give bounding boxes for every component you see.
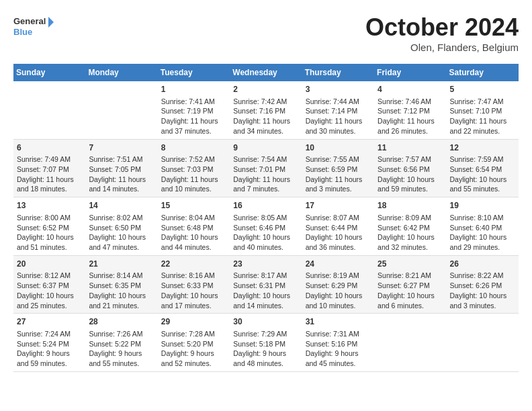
day-number-22: 22 [161,259,226,270]
calendar-week-2: 6Sunrise: 7:49 AMSunset: 7:07 PMDaylight… [13,139,519,197]
day-info-20: Sunrise: 8:12 AMSunset: 6:37 PMDaylight:… [17,271,82,310]
day-info-12: Sunrise: 7:59 AMSunset: 6:54 PMDaylight:… [450,154,515,194]
svg-text:General: General [13,16,46,26]
month-title: October 2024 [365,13,519,42]
calendar-cell-w5-d4: 30Sunrise: 7:29 AMSunset: 5:18 PMDayligh… [230,314,302,372]
day-info-16: Sunrise: 8:05 AMSunset: 6:46 PMDaylight:… [233,213,298,253]
day-info-30: Sunrise: 7:29 AMSunset: 5:18 PMDaylight:… [233,329,298,369]
day-number-11: 11 [378,142,443,154]
day-info-18: Sunrise: 8:09 AMSunset: 6:42 PMDaylight:… [378,213,443,253]
day-info-24: Sunrise: 8:19 AMSunset: 6:29 PMDaylight:… [306,271,371,310]
day-info-11: Sunrise: 7:57 AMSunset: 6:56 PMDaylight:… [378,154,443,194]
calendar-week-3: 13Sunrise: 8:00 AMSunset: 6:52 PMDayligh… [13,197,519,256]
weekday-header-friday: Friday [374,64,446,81]
calendar-cell-w5-d3: 29Sunrise: 7:28 AMSunset: 5:20 PMDayligh… [158,314,230,372]
day-number-23: 23 [233,259,298,270]
weekday-header-saturday: Saturday [447,64,519,81]
calendar-cell-w2-d5: 10Sunrise: 7:55 AMSunset: 6:59 PMDayligh… [302,139,374,197]
day-info-8: Sunrise: 7:52 AMSunset: 7:03 PMDaylight:… [161,154,226,194]
day-info-21: Sunrise: 8:14 AMSunset: 6:35 PMDaylight:… [89,271,154,310]
day-number-3: 3 [306,84,371,95]
day-info-23: Sunrise: 8:17 AMSunset: 6:31 PMDaylight:… [233,271,298,310]
day-info-29: Sunrise: 7:28 AMSunset: 5:20 PMDaylight:… [161,329,226,369]
day-number-14: 14 [89,200,154,212]
day-number-12: 12 [450,142,515,154]
day-number-6: 6 [17,142,82,154]
weekday-header-sunday: Sunday [13,64,85,81]
day-info-15: Sunrise: 8:04 AMSunset: 6:48 PMDaylight:… [161,213,226,253]
day-number-15: 15 [161,200,226,212]
svg-marker-2 [48,17,54,28]
day-info-27: Sunrise: 7:24 AMSunset: 5:24 PMDaylight:… [17,329,82,369]
calendar-cell-w1-d7: 5Sunrise: 7:47 AMSunset: 7:10 PMDaylight… [447,81,519,139]
day-number-20: 20 [17,259,82,270]
day-number-16: 16 [233,200,298,212]
calendar-body: 1Sunrise: 7:41 AMSunset: 7:19 PMDaylight… [13,81,519,371]
weekday-header-thursday: Thursday [302,64,374,81]
calendar-cell-w1-d3: 1Sunrise: 7:41 AMSunset: 7:19 PMDaylight… [158,81,230,139]
calendar-cell-w2-d2: 7Sunrise: 7:51 AMSunset: 7:05 PMDaylight… [85,139,157,197]
calendar-header: SundayMondayTuesdayWednesdayThursdayFrid… [13,64,519,81]
day-info-6: Sunrise: 7:49 AMSunset: 7:07 PMDaylight:… [17,154,82,194]
day-info-31: Sunrise: 7:31 AMSunset: 5:16 PMDaylight:… [306,329,371,369]
calendar-cell-w3-d3: 15Sunrise: 8:04 AMSunset: 6:48 PMDayligh… [158,197,230,256]
calendar-cell-w2-d7: 12Sunrise: 7:59 AMSunset: 6:54 PMDayligh… [447,139,519,197]
calendar-cell-w2-d1: 6Sunrise: 7:49 AMSunset: 7:07 PMDaylight… [13,139,85,197]
logo-svg: General Blue [13,13,54,40]
day-number-8: 8 [161,142,226,154]
day-info-28: Sunrise: 7:26 AMSunset: 5:22 PMDaylight:… [89,329,154,369]
calendar-cell-w4-d2: 21Sunrise: 8:14 AMSunset: 6:35 PMDayligh… [85,255,157,314]
weekday-header-row: SundayMondayTuesdayWednesdayThursdayFrid… [13,64,519,81]
page-header: General Blue October 2024 Olen, Flanders… [13,13,519,53]
day-number-10: 10 [306,142,371,154]
calendar-cell-w4-d1: 20Sunrise: 8:12 AMSunset: 6:37 PMDayligh… [13,255,85,314]
day-info-22: Sunrise: 8:16 AMSunset: 6:33 PMDaylight:… [161,271,226,310]
calendar-cell-w1-d1 [13,81,85,139]
calendar-cell-w2-d3: 8Sunrise: 7:52 AMSunset: 7:03 PMDaylight… [158,139,230,197]
day-number-29: 29 [161,316,226,328]
day-number-18: 18 [378,200,443,212]
day-number-5: 5 [450,84,515,95]
day-info-5: Sunrise: 7:47 AMSunset: 7:10 PMDaylight:… [450,97,515,136]
calendar-cell-w3-d1: 13Sunrise: 8:00 AMSunset: 6:52 PMDayligh… [13,197,85,256]
day-info-1: Sunrise: 7:41 AMSunset: 7:19 PMDaylight:… [161,97,226,136]
calendar-cell-w3-d7: 19Sunrise: 8:10 AMSunset: 6:40 PMDayligh… [447,197,519,256]
day-info-26: Sunrise: 8:22 AMSunset: 6:26 PMDaylight:… [450,271,515,310]
calendar-cell-w5-d7 [447,314,519,372]
day-info-19: Sunrise: 8:10 AMSunset: 6:40 PMDaylight:… [450,213,515,253]
location: Olen, Flanders, Belgium [365,42,519,53]
weekday-header-monday: Monday [85,64,157,81]
calendar-cell-w4-d3: 22Sunrise: 8:16 AMSunset: 6:33 PMDayligh… [158,255,230,314]
calendar-cell-w4-d7: 26Sunrise: 8:22 AMSunset: 6:26 PMDayligh… [447,255,519,314]
calendar-week-1: 1Sunrise: 7:41 AMSunset: 7:19 PMDaylight… [13,81,519,139]
day-number-30: 30 [233,316,298,328]
day-number-21: 21 [89,259,154,270]
day-info-3: Sunrise: 7:44 AMSunset: 7:14 PMDaylight:… [306,97,371,136]
day-number-31: 31 [306,316,371,328]
calendar-cell-w3-d4: 16Sunrise: 8:05 AMSunset: 6:46 PMDayligh… [230,197,302,256]
calendar-cell-w3-d6: 18Sunrise: 8:09 AMSunset: 6:42 PMDayligh… [374,197,446,256]
day-number-1: 1 [161,84,226,95]
day-number-2: 2 [233,84,298,95]
day-info-9: Sunrise: 7:54 AMSunset: 7:01 PMDaylight:… [233,154,298,194]
day-info-10: Sunrise: 7:55 AMSunset: 6:59 PMDaylight:… [306,154,371,194]
day-number-9: 9 [233,142,298,154]
svg-text:Blue: Blue [13,27,32,37]
calendar-cell-w1-d4: 2Sunrise: 7:42 AMSunset: 7:16 PMDaylight… [230,81,302,139]
day-number-28: 28 [89,316,154,328]
day-number-4: 4 [378,84,443,95]
title-block: October 2024 Olen, Flanders, Belgium [365,13,519,53]
calendar-week-5: 27Sunrise: 7:24 AMSunset: 5:24 PMDayligh… [13,314,519,372]
calendar-cell-w3-d5: 17Sunrise: 8:07 AMSunset: 6:44 PMDayligh… [302,197,374,256]
calendar-table: SundayMondayTuesdayWednesdayThursdayFrid… [13,64,519,372]
day-info-13: Sunrise: 8:00 AMSunset: 6:52 PMDaylight:… [17,213,82,253]
calendar-cell-w1-d6: 4Sunrise: 7:46 AMSunset: 7:12 PMDaylight… [374,81,446,139]
weekday-header-wednesday: Wednesday [230,64,302,81]
calendar-cell-w5-d1: 27Sunrise: 7:24 AMSunset: 5:24 PMDayligh… [13,314,85,372]
day-number-24: 24 [306,259,371,270]
logo: General Blue [13,13,54,40]
calendar-cell-w4-d6: 25Sunrise: 8:21 AMSunset: 6:27 PMDayligh… [374,255,446,314]
day-info-25: Sunrise: 8:21 AMSunset: 6:27 PMDaylight:… [378,271,443,310]
calendar-cell-w1-d5: 3Sunrise: 7:44 AMSunset: 7:14 PMDaylight… [302,81,374,139]
day-number-27: 27 [17,316,82,328]
